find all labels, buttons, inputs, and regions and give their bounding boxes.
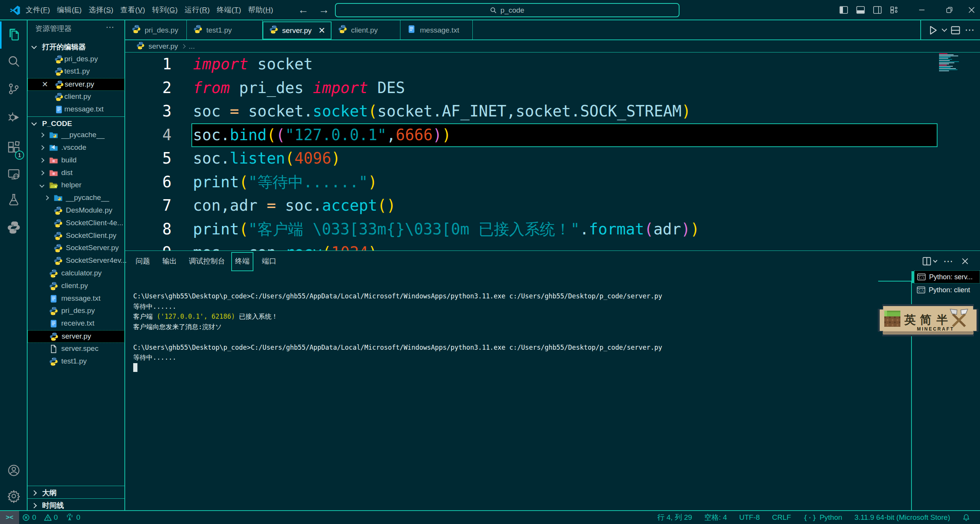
tree-item-SocketServer4ev...[interactable]: SocketServer4ev...	[28, 255, 125, 267]
split-editor-button[interactable]	[950, 25, 961, 36]
menu-item[interactable]: 编辑(E)	[54, 0, 85, 20]
toggle-secondary-sidebar-button[interactable]	[869, 0, 886, 20]
ime-charset-indicator[interactable]: 简	[920, 314, 931, 326]
outline-header[interactable]: 大纲	[28, 486, 125, 499]
panel-more-actions-icon[interactable]: ⋯	[943, 255, 954, 267]
panel-tab-输出[interactable]: 输出	[162, 251, 177, 272]
terminal-instance-1[interactable]: C:\Python: serv...	[914, 270, 980, 283]
split-dropdown-icon[interactable]	[933, 258, 937, 262]
eol-sequence[interactable]: CRLF	[772, 513, 791, 522]
minimap-line	[939, 56, 958, 56]
minimize-button[interactable]	[913, 0, 930, 20]
tab-test1.py[interactable]: test1.py	[187, 20, 263, 40]
open-editor-test1.py[interactable]: test1.py	[28, 66, 125, 78]
terminal-line: 等待中......	[133, 301, 906, 312]
tree-item-dist[interactable]: dist	[28, 167, 125, 180]
activity-settings-icon[interactable]	[0, 483, 27, 509]
run-button[interactable]	[927, 25, 939, 36]
tree-item-SocketServer.py[interactable]: SocketServer.py	[28, 242, 125, 255]
tree-item-__pycache__[interactable]: __pycache__	[28, 129, 125, 142]
tab-message.txt[interactable]: message.txt	[400, 20, 473, 40]
ime-width-indicator[interactable]: 半	[936, 314, 948, 326]
tree-item-.vscode[interactable]: .vscode	[28, 142, 125, 154]
activity-testing-icon[interactable]	[0, 187, 27, 213]
cursor-position[interactable]: 行 4, 列 29	[657, 513, 692, 522]
close-tab-icon[interactable]: ✕	[318, 26, 325, 36]
tree-item-build[interactable]: build	[28, 154, 125, 167]
forward-arrow-icon[interactable]: →	[318, 4, 329, 16]
tree-item-helper[interactable]: helper	[28, 179, 125, 192]
ports-icon	[65, 514, 74, 521]
search-box[interactable]: p_code	[335, 3, 679, 17]
restore-button[interactable]	[941, 0, 958, 20]
menu-item[interactable]: 转到(G)	[149, 0, 181, 20]
split-terminal-button[interactable]	[922, 256, 932, 266]
menu-item[interactable]: 选择(S)	[85, 0, 117, 20]
tree-item-calculator.py[interactable]: calculator.py	[28, 267, 125, 280]
menu-item[interactable]: 帮助(H)	[245, 0, 277, 20]
tree-item-__pycache__[interactable]: __pycache__	[28, 192, 125, 205]
tree-item-client.py[interactable]: client.py	[28, 280, 125, 293]
menu-item[interactable]: 文件(F)	[22, 0, 54, 20]
menu-item[interactable]: 终端(T)	[213, 0, 245, 20]
minimap[interactable]	[939, 53, 963, 72]
panel-tab-端口[interactable]: 端口	[262, 251, 276, 272]
close-icon[interactable]: ✕	[42, 80, 48, 89]
panel-tab-问题[interactable]: 问题	[136, 251, 150, 272]
tree-item-server.py[interactable]: server.py	[28, 330, 125, 343]
menu-item[interactable]: 运行(R)	[181, 0, 213, 20]
tab-server.py[interactable]: server.py✕	[263, 21, 332, 39]
indentation[interactable]: 空格: 4	[704, 513, 727, 522]
project-header[interactable]: P_CODE	[28, 117, 125, 130]
toggle-panel-button[interactable]	[852, 0, 869, 20]
open-editor-message.txt[interactable]: message.txt	[28, 103, 125, 116]
panel-tab-终端[interactable]: 终端	[235, 251, 250, 272]
open-editor-client.py[interactable]: client.py	[28, 91, 125, 103]
activity-source-control-icon[interactable]	[0, 76, 27, 102]
tree-item-SocketClient.py[interactable]: SocketClient.py	[28, 230, 125, 242]
notifications-bell-icon[interactable]	[962, 514, 970, 521]
breadcrumb[interactable]: server.py ...	[136, 40, 195, 52]
ime-lang-indicator[interactable]: 英	[904, 314, 916, 326]
close-panel-button[interactable]	[960, 257, 970, 266]
terminal-output[interactable]: C:\Users\ghb55\Desktop\p_code>C:/Users/g…	[133, 291, 906, 363]
activity-account-icon[interactable]	[0, 457, 27, 483]
ports-count[interactable]: 0	[76, 513, 80, 522]
sidebar-more-actions[interactable]: ⋯	[106, 22, 114, 32]
activity-python-icon[interactable]	[0, 215, 27, 241]
encoding[interactable]: UTF-8	[739, 513, 760, 522]
more-actions-icon[interactable]: ⋯	[965, 24, 975, 36]
open-editor-server.py[interactable]: ✕server.py	[28, 78, 125, 91]
terminal-instance-2[interactable]: C:\Python: client	[914, 283, 980, 296]
run-dropdown-icon[interactable]	[942, 26, 947, 32]
warnings-count[interactable]: 0	[54, 513, 58, 522]
errors-count[interactable]: 0	[32, 513, 36, 522]
tree-item-test1.py[interactable]: test1.py	[28, 355, 125, 368]
tree-item-DesModule.py[interactable]: DesModule.py	[28, 205, 125, 217]
close-window-button[interactable]	[963, 0, 980, 20]
tree-item-pri_des.py[interactable]: pri_des.py	[28, 305, 125, 318]
language-mode[interactable]: {·} Python	[803, 513, 842, 522]
open-editors-header[interactable]: 打开的编辑器	[28, 41, 125, 53]
code-editor[interactable]: 1import socket2from pri_des import DES3s…	[125, 52, 980, 251]
remote-indicator[interactable]: ><	[0, 511, 19, 524]
tab-client.py[interactable]: client.py	[332, 20, 400, 40]
activity-explorer-icon[interactable]	[0, 21, 27, 47]
txt-icon	[49, 319, 58, 328]
menu-item[interactable]: 查看(V)	[117, 0, 149, 20]
tree-item-SocketClient-4e...[interactable]: SocketClient-4e...	[28, 217, 125, 230]
customize-layout-button[interactable]	[886, 0, 903, 20]
activity-run-debug-icon[interactable]	[0, 104, 27, 130]
tab-pri_des.py[interactable]: pri_des.py	[125, 20, 187, 40]
toggle-sidebar-button[interactable]	[835, 0, 852, 20]
tree-item-message.txt[interactable]: message.txt	[28, 293, 125, 305]
python-interpreter[interactable]: 3.11.9 64-bit (Microsoft Store)	[854, 513, 950, 522]
panel-tab-调试控制台[interactable]: 调试控制台	[189, 251, 225, 272]
tree-item-server.spec[interactable]: server.spec	[28, 343, 125, 355]
activity-search-icon[interactable]	[0, 48, 27, 74]
activity-remote-explorer-icon[interactable]	[0, 161, 27, 187]
back-arrow-icon[interactable]: ←	[298, 4, 309, 16]
activity-extensions-icon[interactable]: 1	[0, 134, 27, 160]
open-editor-pri_des.py[interactable]: pri_des.py	[28, 53, 125, 66]
tree-item-receive.txt[interactable]: receive.txt	[28, 318, 125, 330]
